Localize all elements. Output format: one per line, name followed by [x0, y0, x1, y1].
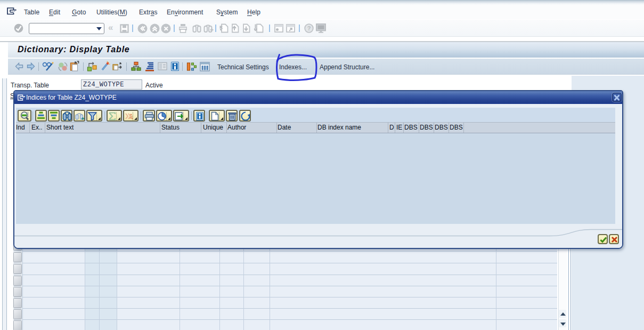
svg-text:?: ? — [307, 25, 311, 31]
